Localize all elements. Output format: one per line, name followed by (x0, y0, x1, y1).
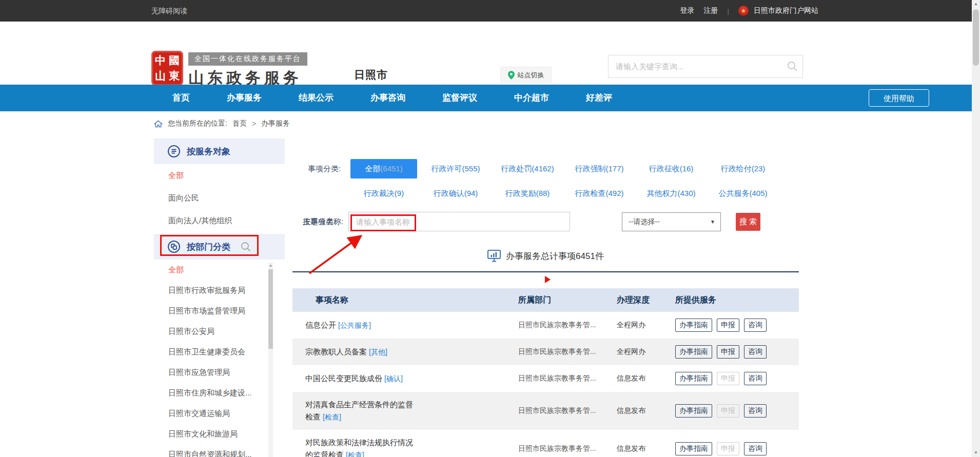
category-tab[interactable]: 行政奖励88 (492, 184, 563, 203)
consult-button[interactable]: 咨询 (744, 319, 767, 332)
nav-item[interactable]: 办事服务 (208, 85, 280, 111)
category-tab[interactable]: 行政检查492 (563, 184, 635, 203)
apply-button[interactable]: 申报 (717, 372, 739, 385)
item-name-link[interactable]: 中国公民变更民族成份 (305, 374, 382, 383)
sidebar-item[interactable]: 日照市市场监督管理局 (154, 301, 285, 321)
site-switch-button[interactable]: 站点切换 (500, 67, 552, 84)
department-title: 按部门分类 (187, 241, 230, 253)
nav-item[interactable]: 中介超市 (496, 85, 567, 111)
category-tab[interactable]: 全部6451 (350, 159, 417, 178)
item-tag-link[interactable]: [检查] (346, 451, 364, 457)
topbar-divider: | (728, 7, 729, 15)
column-header-services: 所提供服务 (665, 295, 799, 306)
department-search-icon[interactable] (240, 241, 251, 252)
category-tab-label: 行政检查 (575, 189, 605, 197)
sidebar-item[interactable]: 日照市文化和旅游局 (154, 424, 285, 444)
category-tab[interactable]: 行政强制177 (563, 159, 635, 178)
guide-button[interactable]: 办事指南 (675, 319, 712, 332)
sidebar-item[interactable]: 全部 (154, 260, 285, 280)
guide-button[interactable]: 办事指南 (675, 372, 712, 385)
guide-button[interactable]: 办事指南 (675, 442, 712, 455)
accessibility-link[interactable]: 无障碍阅读 (151, 0, 187, 22)
service-object-section-header[interactable]: 按服务对象 (154, 138, 285, 164)
consult-button[interactable]: 咨询 (744, 404, 767, 418)
help-button[interactable]: 使用帮助 (869, 89, 929, 107)
item-name-input[interactable] (348, 212, 570, 231)
item-tag-link[interactable]: [检查] (323, 413, 341, 421)
sidebar-item[interactable]: 日照市公安局 (154, 321, 285, 342)
scroll-up-icon[interactable]: ▲ (268, 263, 273, 269)
category-tab-count: 405 (749, 189, 767, 197)
sidebar-item[interactable]: 日照市交通运输局 (154, 403, 285, 424)
category-tab[interactable]: 行政裁决9 (348, 184, 420, 203)
search-icon[interactable] (787, 61, 798, 72)
main-content: 事项分类: 全部6451 行政许可555 行政处罚4162 行政强制177 (292, 136, 799, 457)
category-tab[interactable]: 行政确认94 (420, 184, 492, 203)
consult-button[interactable]: 咨询 (744, 442, 767, 455)
consult-button[interactable]: 咨询 (744, 372, 767, 385)
category-tab[interactable]: 其他权力430 (635, 184, 707, 203)
department-section-header[interactable]: 按部门分类 (154, 234, 285, 260)
guide-button[interactable]: 办事指南 (675, 345, 712, 359)
page-scrollbar[interactable]: ▲ ▼ (972, 0, 980, 457)
consult-button[interactable]: 咨询 (744, 345, 767, 359)
item-name-link[interactable]: 对清真食品生产经营条件的监督检查 (305, 400, 413, 421)
apply-button[interactable]: 申报 (717, 404, 739, 418)
item-name-link[interactable]: 宗教教职人员备案 (305, 347, 367, 356)
item-name-cell: 对民族政策和法律法规执行情况的监督检查[检查] (305, 436, 417, 457)
city-name: 日照市 (354, 68, 388, 82)
guide-button[interactable]: 办事指南 (675, 404, 712, 418)
category-tab[interactable]: 行政给付23 (707, 159, 779, 178)
table-row: 宗教教职人员备案[其他] 日照市民族宗教事务管... 全程网办 办事指南 申报 … (292, 339, 799, 365)
sidebar-item[interactable]: 日照市卫生健康委员会 (154, 342, 285, 362)
table-row: 对清真食品生产经营条件的监督检查[检查] 日照市民族宗教事务管... 信息发布 … (292, 392, 799, 430)
sidebar-item[interactable]: 全部 (154, 164, 285, 187)
sidebar-item[interactable]: 日照市应急管理局 (154, 362, 285, 383)
register-link[interactable]: 注册 (704, 6, 718, 15)
service-object-title: 按服务对象 (187, 146, 230, 157)
category-tab[interactable]: 行政处罚4162 (492, 159, 563, 178)
login-link[interactable]: 登录 (680, 6, 695, 15)
item-tag-link[interactable]: [其他] (369, 348, 387, 356)
sidebar-item[interactable]: 日照市行政审批服务局 (154, 280, 285, 301)
sidebar-scrollbar[interactable]: ▲ (268, 263, 273, 457)
search-button[interactable]: 搜 索 (736, 213, 760, 231)
apply-button[interactable]: 申报 (717, 442, 739, 455)
breadcrumb-current[interactable]: 办事服务 (261, 119, 290, 128)
category-tab-label: 行政许可 (431, 164, 462, 173)
apply-button[interactable]: 申报 (717, 345, 739, 359)
scroll-down-icon[interactable]: ▼ (972, 449, 980, 457)
category-tab-label: 其他权力 (646, 189, 677, 197)
category-tab-label: 行政确认 (434, 189, 464, 197)
column-header-name: 事项名称 (292, 295, 518, 306)
nav-item[interactable]: 监督评议 (424, 85, 496, 111)
topic-select[interactable]: --请选择-- ▼ (622, 212, 721, 231)
apply-button[interactable]: 申报 (717, 319, 739, 332)
category-tab-label: 行政裁决 (364, 189, 395, 197)
nav-item[interactable]: 办事咨询 (352, 85, 424, 111)
category-tab[interactable]: 行政征收16 (635, 159, 707, 178)
nav-item[interactable]: 结果公示 (280, 85, 352, 111)
category-tab-label: 行政强制 (575, 164, 605, 173)
category-tab-label: 全部 (365, 164, 380, 173)
category-tab[interactable]: 行政许可555 (420, 159, 492, 178)
sidebar-scroll-thumb[interactable] (268, 269, 273, 349)
category-filter-row: 事项分类: 全部6451 行政许可555 行政处罚4162 行政强制177 (308, 159, 785, 208)
breadcrumb-home-link[interactable]: 首页 (232, 119, 247, 128)
item-name-link[interactable]: 信息公开 (305, 321, 336, 329)
item-depth: 信息发布 (617, 374, 665, 383)
nav-item[interactable]: 首页 (154, 85, 208, 111)
page-scroll-thumb[interactable] (973, 9, 979, 66)
nav-item[interactable]: 好差评 (567, 85, 631, 111)
item-tag-link[interactable]: [公共服务] (338, 321, 371, 329)
category-tab[interactable]: 公共服务405 (707, 184, 779, 203)
item-tag-link[interactable]: [确认] (384, 374, 403, 383)
sidebar-item[interactable]: 日照市住房和城乡建设... (154, 383, 285, 403)
sidebar-item[interactable]: 面向公民 (154, 187, 285, 209)
sidebar-item[interactable]: 面向法人/其他组织 (154, 209, 285, 232)
item-depth: 信息发布 (617, 406, 665, 415)
scroll-up-icon[interactable]: ▲ (972, 0, 980, 8)
portal-link[interactable]: 日照市政府门户网站 (754, 6, 818, 15)
keyword-search-input[interactable] (608, 55, 803, 78)
sidebar-item[interactable]: 日照市自然资源和规划... (154, 444, 285, 457)
